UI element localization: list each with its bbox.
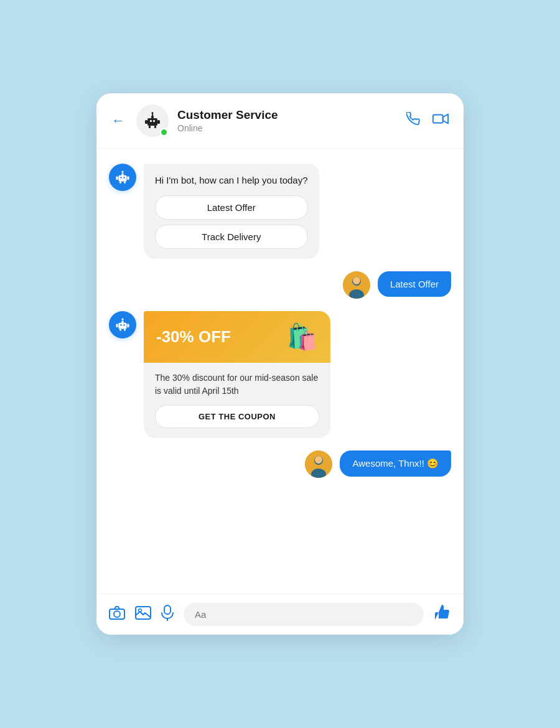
offer-percent: -30% OFF <box>156 327 231 347</box>
bot-icon-header <box>142 111 162 131</box>
svg-rect-21 <box>124 182 126 184</box>
svg-rect-29 <box>121 320 123 323</box>
svg-rect-33 <box>119 329 121 330</box>
svg-rect-0 <box>147 118 157 126</box>
user-message-row-1: Latest Offer <box>109 271 451 299</box>
contact-name: Customer Service <box>177 108 398 122</box>
svg-marker-12 <box>443 114 448 124</box>
mic-button[interactable] <box>161 605 174 625</box>
header-info: Customer Service Online <box>177 108 398 133</box>
svg-point-40 <box>114 611 120 617</box>
svg-rect-14 <box>120 177 121 178</box>
bot-avatar-2 <box>109 311 136 338</box>
call-button[interactable] <box>406 112 420 129</box>
user-message-row-2: Awesome, Thnx!! 😊 <box>109 450 451 478</box>
track-delivery-btn[interactable]: Track Delivery <box>155 225 308 249</box>
user-bubble-2: Awesome, Thnx!! 😊 <box>340 450 451 477</box>
svg-rect-32 <box>127 324 129 327</box>
shopping-bags-icon: 🛍️ <box>287 322 318 352</box>
offer-banner: -30% OFF 🛍️ <box>144 311 330 363</box>
user-avatar-1 <box>343 271 370 299</box>
svg-rect-43 <box>164 605 170 614</box>
video-button[interactable] <box>432 112 449 129</box>
offer-body: The 30% discount for our mid-season sale… <box>144 363 330 438</box>
contact-status: Online <box>177 123 398 133</box>
svg-rect-13 <box>119 175 127 182</box>
latest-offer-btn[interactable]: Latest Offer <box>155 195 308 220</box>
back-button[interactable]: ← <box>111 113 125 129</box>
svg-rect-1 <box>150 120 152 122</box>
chat-header: ← Customer <box>96 93 464 149</box>
svg-rect-16 <box>121 174 123 176</box>
svg-rect-11 <box>433 115 443 123</box>
svg-rect-7 <box>145 120 147 124</box>
svg-rect-27 <box>120 324 121 325</box>
bot-offer-row: -30% OFF 🛍️ The 30% discount for our mid… <box>109 311 451 438</box>
svg-rect-9 <box>149 126 151 128</box>
svg-rect-18 <box>116 176 118 180</box>
chat-input-bar <box>96 594 464 635</box>
message-input[interactable] <box>184 603 424 626</box>
bot-message-row: Hi I'm bot, how can I help you today? La… <box>109 164 451 259</box>
user-bubble-1: Latest Offer <box>378 271 451 297</box>
bot-avatar-header <box>136 105 169 137</box>
svg-rect-8 <box>157 120 160 124</box>
svg-rect-28 <box>123 324 124 325</box>
header-actions <box>406 112 449 129</box>
bot-greeting-bubble: Hi I'm bot, how can I help you today? La… <box>144 164 319 259</box>
svg-rect-10 <box>154 126 156 128</box>
svg-rect-26 <box>119 322 127 329</box>
svg-rect-19 <box>127 176 129 180</box>
greeting-text: Hi I'm bot, how can I help you today? <box>155 174 308 188</box>
user-avatar-2 <box>305 450 332 478</box>
svg-rect-15 <box>123 177 124 178</box>
svg-point-25 <box>353 277 360 284</box>
image-button[interactable] <box>135 606 151 623</box>
offer-description: The 30% discount for our mid-season sale… <box>155 371 319 398</box>
svg-rect-34 <box>124 329 126 330</box>
camera-button[interactable] <box>109 606 125 623</box>
chat-window: ← Customer <box>96 93 464 635</box>
offer-card: -30% OFF 🛍️ The 30% discount for our mid… <box>144 311 330 438</box>
svg-rect-20 <box>119 182 121 184</box>
like-button[interactable] <box>434 604 451 625</box>
svg-point-17 <box>121 170 123 172</box>
svg-rect-2 <box>153 120 155 122</box>
svg-point-6 <box>152 112 154 114</box>
svg-point-38 <box>315 456 322 464</box>
svg-point-30 <box>121 318 123 320</box>
chat-messages: Hi I'm bot, how can I help you today? La… <box>96 149 464 594</box>
bot-avatar <box>109 164 136 191</box>
get-coupon-button[interactable]: GET THE COUPON <box>155 405 319 428</box>
online-indicator <box>160 128 168 136</box>
svg-rect-31 <box>116 324 118 327</box>
